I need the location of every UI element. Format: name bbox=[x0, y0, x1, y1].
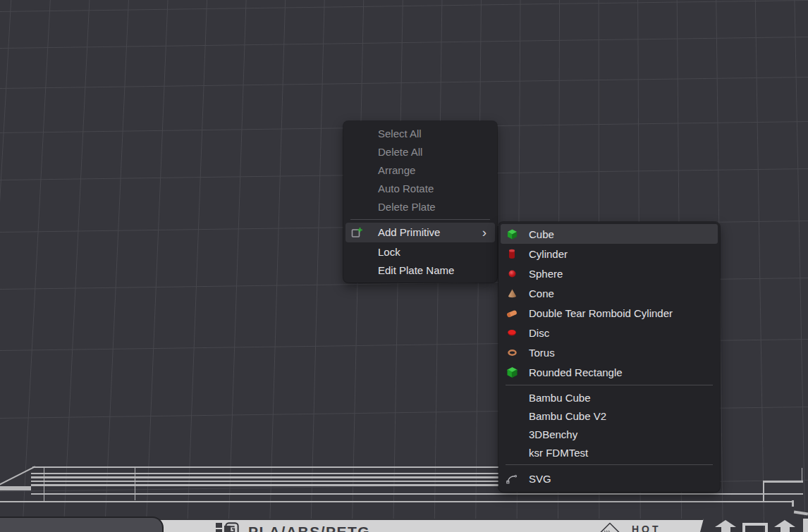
torus-icon bbox=[506, 347, 518, 358]
submenu-item-3dbenchy[interactable]: 3DBenchy bbox=[501, 425, 718, 443]
menu-item-delete-plate[interactable]: Delete Plate bbox=[345, 198, 495, 216]
submenu-chevron-icon: › bbox=[482, 225, 495, 239]
submenu-item-rounded-rectangle[interactable]: Rounded Rectangle bbox=[501, 362, 718, 382]
menu-item-auto-rotate[interactable]: Auto Rotate bbox=[345, 180, 495, 198]
rounded-rectangle-icon bbox=[506, 366, 518, 378]
submenu-item-torus[interactable]: Torus bbox=[501, 342, 718, 362]
submenu-item-double-tear-romboid-cylinder[interactable]: Double Tear Romboid Cylinder bbox=[501, 303, 718, 323]
double-tear-romboid-cylinder-icon bbox=[506, 307, 518, 318]
disc-icon bbox=[506, 327, 518, 338]
cylinder-icon bbox=[506, 248, 518, 259]
submenu-item-bambu-cube-v2[interactable]: Bambu Cube V2 bbox=[501, 407, 718, 425]
menu-item-label: Add Primitive bbox=[378, 226, 440, 238]
menu-item-delete-all[interactable]: Delete All bbox=[345, 142, 495, 161]
cube-icon bbox=[506, 228, 518, 240]
menu-separator bbox=[350, 219, 490, 220]
submenu-item-svg[interactable]: SVG bbox=[501, 468, 718, 489]
plate-material-label: PLA/ABS/PETG bbox=[248, 524, 370, 532]
hot-warning-icon bbox=[599, 522, 620, 532]
context-menu: Select All Delete All Arrange Auto Rotat… bbox=[343, 121, 497, 283]
submenu-item-bambu-cube[interactable]: Bambu Cube bbox=[501, 388, 718, 407]
menu-item-select-all[interactable]: Select All bbox=[345, 124, 495, 142]
sphere-icon bbox=[506, 268, 518, 279]
menu-item-edit-plate-name[interactable]: Edit Plate Name bbox=[345, 261, 495, 279]
svg-curve-icon bbox=[506, 473, 518, 484]
submenu-item-sphere[interactable]: Sphere bbox=[501, 264, 718, 283]
textured-plate-icon bbox=[224, 522, 240, 532]
submenu-separator bbox=[506, 385, 713, 385]
plate-orientation-marks bbox=[715, 520, 795, 532]
submenu-item-disc[interactable]: Disc bbox=[501, 323, 718, 342]
plate-front-tab bbox=[0, 516, 164, 532]
arrow-up-icon bbox=[774, 520, 795, 532]
menu-item-add-primitive[interactable]: Add Primitive › bbox=[345, 223, 495, 242]
submenu-item-cylinder[interactable]: Cylinder bbox=[501, 244, 718, 264]
menu-item-lock[interactable]: Lock bbox=[345, 242, 495, 261]
arrow-up-icon bbox=[715, 520, 736, 532]
add-primitive-submenu: Cube Cylinder Sphere bbox=[498, 222, 720, 492]
plate-label-bar[interactable]: PLA/ABS/PETG HOT bbox=[151, 519, 704, 532]
plate-edge-diagonal bbox=[0, 466, 35, 485]
viewport-3d-canvas[interactable]: PLA/ABS/PETG HOT Select All Delete All A… bbox=[0, 0, 808, 532]
submenu-separator bbox=[506, 464, 713, 465]
submenu-item-cone[interactable]: Cone bbox=[501, 283, 718, 303]
hot-label: HOT bbox=[632, 524, 661, 532]
menu-item-arrange[interactable]: Arrange bbox=[345, 161, 495, 179]
plate-edge-segment bbox=[803, 519, 808, 532]
submenu-item-ksr-fdmtest[interactable]: ksr FDMTest bbox=[501, 443, 718, 462]
square-mark-icon bbox=[742, 523, 768, 532]
add-primitive-icon bbox=[351, 227, 363, 238]
cone-icon bbox=[506, 287, 518, 299]
submenu-item-cube[interactable]: Cube bbox=[501, 224, 718, 244]
